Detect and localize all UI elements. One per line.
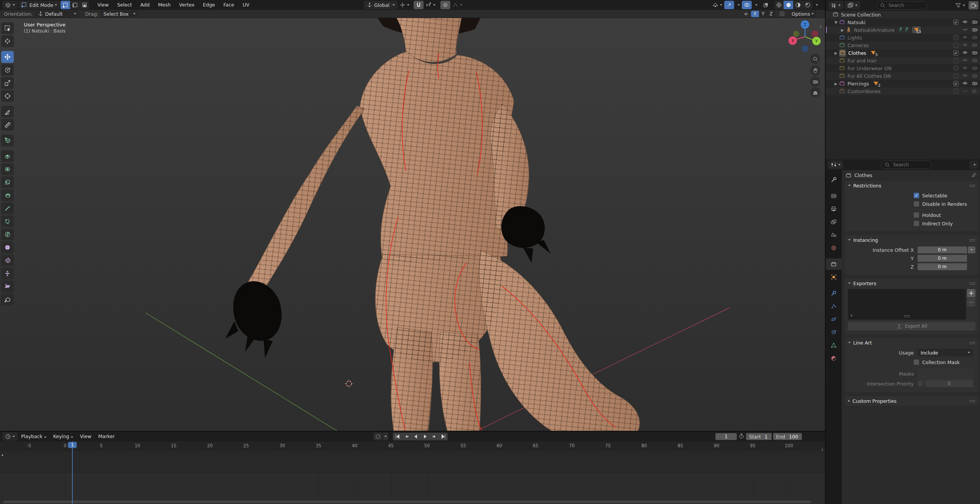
- overlays-toggle[interactable]: [742, 1, 752, 9]
- mirror-axis-x[interactable]: X: [751, 11, 759, 17]
- orientation-select[interactable]: Default: [35, 11, 79, 17]
- eye-icon[interactable]: [962, 72, 968, 80]
- panel-grip[interactable]: [969, 400, 975, 402]
- shading-rendered[interactable]: [803, 1, 812, 9]
- options-dropdown[interactable]: Options: [789, 11, 816, 17]
- properties-tab-object[interactable]: [826, 271, 842, 283]
- checkbox-indirect-only[interactable]: [914, 221, 919, 226]
- properties-tab-view-layer[interactable]: [826, 216, 842, 228]
- zoom-button[interactable]: [810, 54, 820, 64]
- transform-orientation-dropdown[interactable]: Global: [364, 1, 398, 9]
- timeline-menu-marker[interactable]: Marker: [95, 432, 118, 441]
- overlays-dropdown[interactable]: [752, 1, 759, 9]
- instance-offset-z-field[interactable]: 0 m: [918, 263, 967, 270]
- properties-editor-type[interactable]: [828, 161, 843, 169]
- timeline-ruler[interactable]: -505101520253035404550556065707580859095…: [0, 442, 825, 451]
- exclude-checkbox[interactable]: ✓: [953, 81, 959, 86]
- tool-loop-cut[interactable]: [1, 189, 14, 201]
- outliner-item-label[interactable]: Lights: [847, 35, 862, 41]
- pin-id-button[interactable]: [971, 172, 977, 179]
- exporters-list[interactable]: [848, 289, 966, 320]
- eye-icon[interactable]: [962, 34, 968, 41]
- panel-line-art-header[interactable]: Line Art: [845, 338, 978, 348]
- intersection-priority-field[interactable]: 0: [925, 380, 973, 387]
- current-frame-field[interactable]: 1: [715, 433, 737, 440]
- mirror-axis-y[interactable]: Y: [759, 11, 767, 17]
- lineart-usage-dropdown[interactable]: Include: [918, 349, 973, 356]
- tool-move[interactable]: [1, 51, 14, 63]
- outliner-row[interactable]: ▶ Piercings 2 ✓: [826, 80, 980, 87]
- breadcrumb-collection-name[interactable]: Clothes: [854, 172, 872, 178]
- panel-grip[interactable]: [969, 282, 975, 285]
- tool-shear[interactable]: [1, 281, 14, 292]
- outliner-editor-type[interactable]: [828, 1, 843, 10]
- instance-offset-dropdown[interactable]: [968, 246, 975, 253]
- play-reverse-button[interactable]: [411, 433, 420, 440]
- camera-render-icon[interactable]: [972, 34, 978, 41]
- menu-select[interactable]: Select: [113, 1, 136, 9]
- checkbox-selectable[interactable]: ✓: [914, 193, 919, 198]
- outliner-row[interactable]: Cameras: [826, 41, 980, 49]
- play-button[interactable]: [420, 433, 429, 440]
- editor-type-selector[interactable]: [2, 1, 18, 9]
- snap-base-toggle[interactable]: [777, 11, 787, 17]
- tool-measure[interactable]: [1, 119, 14, 131]
- panel-grip[interactable]: [969, 341, 975, 344]
- timeline-menu-playback[interactable]: Playback: [18, 432, 50, 441]
- select-mode-edge[interactable]: [70, 1, 80, 9]
- outliner-row[interactable]: Fur and Hair: [826, 57, 980, 64]
- playhead-frame-badge[interactable]: 1: [68, 442, 77, 448]
- outliner-item-label[interactable]: Cameras: [847, 43, 869, 48]
- panel-grip[interactable]: [969, 239, 975, 241]
- camera-render-icon[interactable]: [972, 26, 978, 34]
- next-keyframe-button[interactable]: [430, 433, 438, 440]
- outliner-item-label[interactable]: Scene Collection: [841, 12, 881, 18]
- mask-bit-toggle[interactable]: [946, 368, 959, 375]
- checkbox-holdout[interactable]: [914, 212, 919, 218]
- outliner-filter-dropdown[interactable]: [953, 1, 967, 10]
- snap-toggle[interactable]: [414, 1, 424, 9]
- exclude-checkbox[interactable]: [953, 89, 959, 94]
- outliner-item-label[interactable]: NatsukiArmature: [854, 27, 895, 33]
- panel-instancing-header[interactable]: Instancing: [845, 235, 978, 245]
- properties-tab-world[interactable]: [826, 242, 842, 254]
- tool-smooth[interactable]: [1, 241, 14, 253]
- outliner-item-label[interactable]: Fur Underwear ON: [847, 66, 892, 71]
- outliner-search-input[interactable]: [888, 2, 924, 8]
- expander-icon[interactable]: ▶: [834, 51, 839, 55]
- panel-exporters-header[interactable]: Exporters: [845, 278, 978, 288]
- list-expander-icon[interactable]: [851, 314, 852, 317]
- outliner-row[interactable]: Fur Underwear ON: [826, 64, 980, 72]
- outliner-row[interactable]: Scene Collection: [826, 11, 980, 18]
- camera-render-icon[interactable]: [972, 19, 978, 26]
- outliner-display-mode[interactable]: [845, 1, 860, 10]
- menu-mesh[interactable]: Mesh: [154, 1, 175, 9]
- menu-face[interactable]: Face: [219, 1, 238, 9]
- outliner-item-label[interactable]: Clothes: [848, 50, 866, 56]
- shading-solid[interactable]: [784, 1, 793, 9]
- exclude-checkbox[interactable]: [953, 58, 959, 63]
- exclude-checkbox[interactable]: [953, 35, 959, 40]
- exclude-checkbox[interactable]: ✓: [953, 20, 959, 25]
- camera-render-icon[interactable]: [972, 65, 978, 72]
- camera-render-icon[interactable]: [972, 88, 978, 95]
- mode-selector[interactable]: Edit Mode: [18, 1, 60, 9]
- proportional-editing-toggle[interactable]: [440, 1, 450, 9]
- exclude-checkbox[interactable]: [953, 66, 959, 71]
- panel-custom-properties-header[interactable]: Custom Properties: [845, 396, 978, 406]
- tool-poly-build[interactable]: [1, 215, 14, 227]
- tool-extrude-region[interactable]: [1, 150, 14, 162]
- drag-select[interactable]: Select Box: [101, 11, 138, 17]
- exclude-checkbox[interactable]: [953, 73, 959, 79]
- select-mode-face[interactable]: [80, 1, 89, 9]
- tool-transform[interactable]: [1, 90, 14, 102]
- tool-rotate[interactable]: [1, 64, 14, 76]
- expander-icon[interactable]: ▶: [834, 82, 839, 86]
- select-mode-vertex[interactable]: [61, 1, 70, 9]
- collection-mask-checkbox[interactable]: [914, 360, 919, 365]
- properties-tab-modifiers[interactable]: [826, 287, 842, 299]
- timeline-scrollbar[interactable]: [3, 501, 811, 503]
- properties-tab-render[interactable]: [826, 190, 842, 202]
- list-grip[interactable]: [904, 315, 910, 317]
- outliner-row[interactable]: ▼ Natsuki ✓: [826, 18, 980, 26]
